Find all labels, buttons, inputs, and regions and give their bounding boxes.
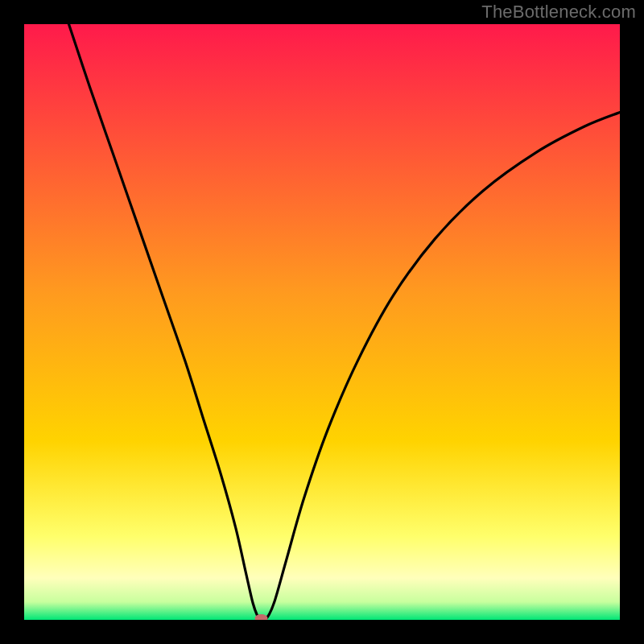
gradient-background <box>24 24 620 620</box>
chart-frame: TheBottleneck.com <box>0 0 644 644</box>
bottleneck-curve-plot <box>0 0 644 644</box>
minimum-marker <box>255 614 268 622</box>
